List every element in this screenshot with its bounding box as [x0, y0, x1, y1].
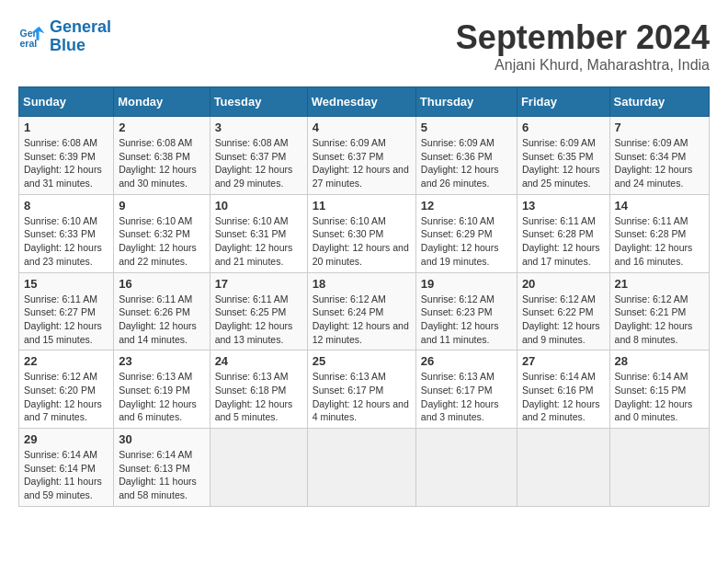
- calendar-cell: 24Sunrise: 6:13 AMSunset: 6:18 PMDayligh…: [210, 350, 307, 429]
- cell-info: Sunrise: 6:09 AMSunset: 6:35 PMDaylight:…: [522, 136, 605, 190]
- day-number: 9: [119, 199, 204, 213]
- title-section: September 2024 Anjani Khurd, Maharashtra…: [456, 18, 710, 74]
- calendar-week-row: 29Sunrise: 6:14 AMSunset: 6:14 PMDayligh…: [19, 429, 710, 507]
- cell-info: Sunrise: 6:11 AMSunset: 6:27 PMDaylight:…: [24, 293, 108, 347]
- day-number: 15: [24, 277, 108, 291]
- calendar-cell: 27Sunrise: 6:14 AMSunset: 6:16 PMDayligh…: [517, 350, 609, 429]
- day-header: Saturday: [609, 87, 709, 117]
- calendar-cell: 6Sunrise: 6:09 AMSunset: 6:35 PMDaylight…: [517, 117, 609, 195]
- calendar-cell: 29Sunrise: 6:14 AMSunset: 6:14 PMDayligh…: [19, 429, 114, 507]
- calendar-cell: 7Sunrise: 6:09 AMSunset: 6:34 PMDaylight…: [609, 117, 709, 195]
- calendar-cell: [307, 429, 415, 507]
- calendar-cell: 12Sunrise: 6:10 AMSunset: 6:29 PMDayligh…: [415, 194, 517, 272]
- day-number: 10: [215, 199, 302, 213]
- calendar-cell: 23Sunrise: 6:13 AMSunset: 6:19 PMDayligh…: [114, 350, 210, 429]
- calendar-cell: 26Sunrise: 6:13 AMSunset: 6:17 PMDayligh…: [415, 350, 517, 429]
- day-number: 19: [421, 277, 512, 291]
- cell-info: Sunrise: 6:09 AMSunset: 6:37 PMDaylight:…: [313, 136, 411, 190]
- day-number: 16: [119, 277, 204, 291]
- header-row: SundayMondayTuesdayWednesdayThursdayFrid…: [19, 87, 710, 117]
- calendar-cell: 16Sunrise: 6:11 AMSunset: 6:26 PMDayligh…: [114, 272, 210, 350]
- cell-info: Sunrise: 6:14 AMSunset: 6:14 PMDaylight:…: [24, 448, 108, 502]
- cell-info: Sunrise: 6:08 AMSunset: 6:39 PMDaylight:…: [24, 136, 108, 190]
- calendar-cell: 11Sunrise: 6:10 AMSunset: 6:30 PMDayligh…: [307, 194, 415, 272]
- calendar-cell: 25Sunrise: 6:13 AMSunset: 6:17 PMDayligh…: [307, 350, 415, 429]
- day-number: 27: [522, 354, 605, 368]
- calendar-cell: 8Sunrise: 6:10 AMSunset: 6:33 PMDaylight…: [19, 194, 114, 272]
- day-number: 7: [615, 121, 704, 134]
- day-number: 25: [313, 354, 411, 368]
- day-header: Friday: [517, 87, 609, 117]
- calendar-cell: 17Sunrise: 6:11 AMSunset: 6:25 PMDayligh…: [210, 272, 307, 350]
- day-number: 24: [215, 354, 302, 368]
- day-number: 22: [24, 354, 108, 368]
- calendar-cell: 18Sunrise: 6:12 AMSunset: 6:24 PMDayligh…: [307, 272, 415, 350]
- cell-info: Sunrise: 6:10 AMSunset: 6:31 PMDaylight:…: [215, 214, 302, 269]
- cell-info: Sunrise: 6:11 AMSunset: 6:28 PMDaylight:…: [615, 214, 704, 269]
- logo-icon: Gen eral: [18, 23, 46, 51]
- day-number: 17: [215, 277, 302, 291]
- calendar-cell: 20Sunrise: 6:12 AMSunset: 6:22 PMDayligh…: [517, 272, 609, 350]
- day-header: Thursday: [415, 87, 517, 117]
- svg-text:eral: eral: [20, 37, 38, 48]
- cell-info: Sunrise: 6:12 AMSunset: 6:22 PMDaylight:…: [522, 293, 605, 347]
- calendar-cell: 22Sunrise: 6:12 AMSunset: 6:20 PMDayligh…: [19, 350, 114, 429]
- day-number: 8: [24, 199, 108, 213]
- day-number: 11: [313, 199, 411, 213]
- day-number: 26: [421, 354, 512, 368]
- day-number: 5: [421, 121, 512, 134]
- day-number: 2: [119, 121, 204, 134]
- cell-info: Sunrise: 6:13 AMSunset: 6:17 PMDaylight:…: [421, 370, 512, 424]
- cell-info: Sunrise: 6:14 AMSunset: 6:16 PMDaylight:…: [522, 370, 605, 424]
- cell-info: Sunrise: 6:12 AMSunset: 6:23 PMDaylight:…: [421, 293, 512, 347]
- cell-info: Sunrise: 6:14 AMSunset: 6:13 PMDaylight:…: [119, 448, 204, 502]
- cell-info: Sunrise: 6:12 AMSunset: 6:21 PMDaylight:…: [615, 293, 704, 347]
- calendar-week-row: 15Sunrise: 6:11 AMSunset: 6:27 PMDayligh…: [19, 272, 710, 350]
- day-number: 4: [313, 121, 411, 134]
- calendar-week-row: 22Sunrise: 6:12 AMSunset: 6:20 PMDayligh…: [19, 350, 710, 429]
- calendar-cell: 4Sunrise: 6:09 AMSunset: 6:37 PMDaylight…: [307, 117, 415, 195]
- calendar-cell: [517, 429, 609, 507]
- cell-info: Sunrise: 6:10 AMSunset: 6:32 PMDaylight:…: [119, 214, 204, 269]
- day-number: 29: [24, 432, 108, 446]
- calendar-week-row: 8Sunrise: 6:10 AMSunset: 6:33 PMDaylight…: [19, 194, 710, 272]
- calendar-cell: 5Sunrise: 6:09 AMSunset: 6:36 PMDaylight…: [415, 117, 517, 195]
- calendar-week-row: 1Sunrise: 6:08 AMSunset: 6:39 PMDaylight…: [19, 117, 710, 195]
- cell-info: Sunrise: 6:13 AMSunset: 6:19 PMDaylight:…: [119, 370, 204, 424]
- calendar-cell: 10Sunrise: 6:10 AMSunset: 6:31 PMDayligh…: [210, 194, 307, 272]
- cell-info: Sunrise: 6:09 AMSunset: 6:34 PMDaylight:…: [615, 136, 704, 190]
- cell-info: Sunrise: 6:11 AMSunset: 6:25 PMDaylight:…: [215, 293, 302, 347]
- calendar-cell: 13Sunrise: 6:11 AMSunset: 6:28 PMDayligh…: [517, 194, 609, 272]
- calendar-cell: 2Sunrise: 6:08 AMSunset: 6:38 PMDaylight…: [114, 117, 210, 195]
- cell-info: Sunrise: 6:10 AMSunset: 6:30 PMDaylight:…: [313, 214, 411, 269]
- logo-text: GeneralBlue: [50, 18, 111, 55]
- day-number: 13: [522, 199, 605, 213]
- cell-info: Sunrise: 6:08 AMSunset: 6:38 PMDaylight:…: [119, 136, 204, 190]
- calendar-cell: 28Sunrise: 6:14 AMSunset: 6:15 PMDayligh…: [609, 350, 709, 429]
- calendar-cell: 1Sunrise: 6:08 AMSunset: 6:39 PMDaylight…: [19, 117, 114, 195]
- day-number: 23: [119, 354, 204, 368]
- cell-info: Sunrise: 6:13 AMSunset: 6:17 PMDaylight:…: [313, 370, 411, 424]
- day-number: 12: [421, 199, 512, 213]
- day-number: 20: [522, 277, 605, 291]
- cell-info: Sunrise: 6:11 AMSunset: 6:28 PMDaylight:…: [522, 214, 605, 269]
- calendar-table: SundayMondayTuesdayWednesdayThursdayFrid…: [18, 86, 710, 507]
- calendar-cell: 9Sunrise: 6:10 AMSunset: 6:32 PMDaylight…: [114, 194, 210, 272]
- cell-info: Sunrise: 6:12 AMSunset: 6:20 PMDaylight:…: [24, 370, 108, 424]
- cell-info: Sunrise: 6:10 AMSunset: 6:33 PMDaylight:…: [24, 214, 108, 269]
- day-header: Monday: [114, 87, 210, 117]
- day-header: Wednesday: [307, 87, 415, 117]
- day-number: 1: [24, 121, 108, 134]
- cell-info: Sunrise: 6:12 AMSunset: 6:24 PMDaylight:…: [313, 293, 411, 347]
- calendar-cell: 14Sunrise: 6:11 AMSunset: 6:28 PMDayligh…: [609, 194, 709, 272]
- day-header: Sunday: [19, 87, 114, 117]
- calendar-cell: 21Sunrise: 6:12 AMSunset: 6:21 PMDayligh…: [609, 272, 709, 350]
- calendar-cell: 30Sunrise: 6:14 AMSunset: 6:13 PMDayligh…: [114, 429, 210, 507]
- day-number: 30: [119, 432, 204, 446]
- page-title: September 2024: [456, 18, 710, 57]
- day-number: 18: [313, 277, 411, 291]
- cell-info: Sunrise: 6:09 AMSunset: 6:36 PMDaylight:…: [421, 136, 512, 190]
- logo: Gen eral GeneralBlue: [18, 18, 111, 55]
- calendar-cell: [210, 429, 307, 507]
- calendar-cell: 3Sunrise: 6:08 AMSunset: 6:37 PMDaylight…: [210, 117, 307, 195]
